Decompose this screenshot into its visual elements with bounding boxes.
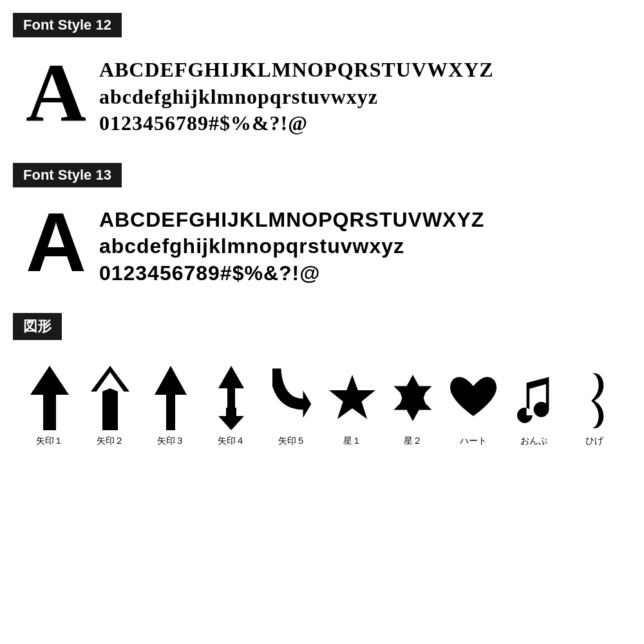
svg-marker-6 — [218, 366, 244, 388]
font-style-13-chars: ABCDEFGHIJKLMNOPQRSTUVWXYZ abcdefghijklm… — [99, 200, 484, 287]
hoshi1-label: 星１ — [343, 435, 361, 447]
shapes-header: 図形 — [13, 313, 62, 340]
onpu-icon — [508, 366, 560, 430]
yazirushi3-icon — [145, 366, 196, 430]
hoshi1-icon — [327, 366, 378, 430]
shape-item-hige: ひげ — [569, 366, 620, 447]
shape-item-yazirushi4: 矢印４ — [205, 366, 257, 447]
svg-marker-4 — [155, 366, 187, 395]
yazirushi4-label: 矢印４ — [218, 435, 245, 447]
font-style-13-line2: abcdefghijklmnopqrstuvwxyz — [99, 233, 484, 260]
hoshi2-label: 星２ — [404, 435, 422, 447]
shape-item-hoshi1: 星１ — [327, 366, 378, 447]
shape-item-yazirushi1: 矢印１ — [24, 366, 75, 447]
shape-item-yazirushi2: 矢印２ — [84, 366, 136, 447]
font-style-13-header: Font Style 13 — [13, 163, 122, 187]
font-style-13-section: Font Style 13 A ABCDEFGHIJKLMNOPQRSTUVWX… — [13, 163, 631, 287]
yazirushi5-label: 矢印５ — [278, 435, 305, 447]
font-style-13-line3: 0123456789#$%&?!@ — [99, 260, 484, 287]
hoshi2-icon — [387, 366, 439, 430]
font-style-12-chars: ABCDEFGHIJKLMNOPQRSTUVWXYZ abcdefghijklm… — [99, 50, 494, 137]
shape-item-heart: ハート — [448, 366, 499, 447]
shape-item-hoshi2: 星２ — [387, 366, 439, 447]
hige-icon — [569, 366, 620, 430]
font-style-12-line1: ABCDEFGHIJKLMNOPQRSTUVWXYZ — [99, 57, 494, 84]
yazirushi2-icon — [84, 366, 136, 430]
font-style-13-preview: A ABCDEFGHIJKLMNOPQRSTUVWXYZ abcdefghijk… — [13, 200, 631, 287]
svg-marker-8 — [329, 375, 375, 419]
svg-marker-0 — [30, 366, 69, 430]
font-style-12-preview: A ABCDEFGHIJKLMNOPQRSTUVWXYZ abcdefghijk… — [13, 50, 631, 137]
shapes-section: 図形 矢印１ 矢印２ — [13, 313, 631, 447]
onpu-label: おんぷ — [520, 435, 547, 447]
font-style-12-line3: 0123456789#$%&?!@ — [99, 110, 494, 137]
font-style-12-big-letter: A — [26, 50, 86, 134]
yazirushi5-icon — [266, 366, 317, 430]
svg-rect-3 — [166, 392, 175, 430]
shape-item-yazirushi3: 矢印３ — [145, 366, 196, 447]
font-style-13-big-letter: A — [26, 200, 86, 284]
font-style-12-section: Font Style 12 A ABCDEFGHIJKLMNOPQRSTUVWX… — [13, 13, 631, 137]
svg-marker-7 — [218, 408, 244, 430]
yazirushi4-icon — [205, 366, 257, 430]
yazirushi2-label: 矢印２ — [97, 435, 124, 447]
shape-item-yazirushi5: 矢印５ — [266, 366, 317, 447]
yazirushi1-icon — [24, 366, 75, 430]
heart-label: ハート — [460, 435, 487, 447]
hige-label: ひげ — [585, 435, 603, 447]
heart-icon — [448, 366, 499, 430]
yazirushi1-label: 矢印１ — [36, 435, 63, 447]
shapes-grid: 矢印１ 矢印２ — [13, 353, 631, 447]
page: Font Style 12 A ABCDEFGHIJKLMNOPQRSTUVWX… — [0, 0, 644, 460]
shape-item-onpu: おんぷ — [508, 366, 560, 447]
yazirushi3-label: 矢印３ — [157, 435, 184, 447]
font-style-12-header: Font Style 12 — [13, 13, 122, 37]
font-style-12-line2: abcdefghijklmnopqrstuvwxyz — [99, 84, 494, 111]
font-style-13-line1: ABCDEFGHIJKLMNOPQRSTUVWXYZ — [99, 207, 484, 234]
